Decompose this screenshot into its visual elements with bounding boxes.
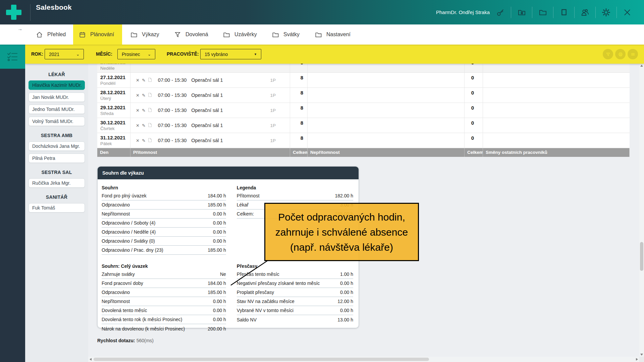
shift-tag: 1P <box>270 123 276 128</box>
folder-icon <box>272 31 279 39</box>
sidebar-item-employee[interactable]: Hlavička Kazimír MUDr. <box>29 80 85 90</box>
group-title: SANITÁŘ <box>25 194 88 200</box>
shift-place: Operační sál 1 <box>191 93 223 98</box>
row-day: Úterý <box>100 96 130 101</box>
note-shift-icon[interactable] <box>148 108 152 113</box>
summary-value: 184.00 h <box>208 193 226 198</box>
summary-value: 182.00 h <box>335 193 354 198</box>
tab-nastaveni[interactable]: Nastavení <box>309 24 356 45</box>
table-footer: Den Přítomnost Celkem Nepřítomnost Celke… <box>97 148 630 157</box>
query-speed-status: Rychlost dotazu: 560(ms) <box>97 338 154 343</box>
funnel-icon <box>174 31 181 39</box>
key-icon[interactable] <box>493 6 508 18</box>
tab-label: Přehled <box>47 32 66 38</box>
delete-shift-icon[interactable]: ✕ <box>136 78 140 82</box>
row-date: 30.12.2021 <box>100 120 130 125</box>
note-shift-icon[interactable] <box>148 77 152 83</box>
folder-n-icon[interactable]: N <box>514 6 529 18</box>
sidebar-item-employee[interactable]: Fuk Tomáš <box>29 203 85 213</box>
scroll-right-arrow[interactable] <box>636 358 638 361</box>
workplace-select[interactable]: 15 vybráno ▼ <box>200 49 261 59</box>
users-icon[interactable] <box>578 6 592 18</box>
header-actions: N <box>493 0 635 24</box>
horizontal-scroll-thumb[interactable] <box>94 358 429 361</box>
filter-bar: ROK: 2021 ⌄ MĚSÍC: Prosinec ⌄ PRACOVIŠTĚ… <box>25 45 644 64</box>
footer-col-pritomnost: Přítomnost <box>130 148 290 157</box>
shift-tag: 1P <box>270 108 276 113</box>
footer-col-den: Den <box>97 148 130 157</box>
group-title: SESTRA AMB <box>25 132 88 139</box>
table-row-clipped: 26.12.2021 Neděle 0 0 <box>97 64 630 73</box>
edit-shift-icon[interactable]: ✎ <box>142 123 146 128</box>
gear-icon[interactable] <box>599 6 613 18</box>
tab-uzaverky[interactable]: Uzávěrky <box>217 24 262 45</box>
tab-planovani[interactable]: Plánování <box>73 24 122 45</box>
note-shift-icon[interactable] <box>148 123 152 128</box>
tab-label: Uzávěrky <box>234 32 257 38</box>
vertical-scrollbar[interactable] <box>639 64 644 362</box>
shift-time: 07:00 - 15:30 <box>158 138 186 143</box>
home-icon <box>36 31 43 39</box>
nav-collapse-arrow[interactable]: → <box>17 26 22 32</box>
sidebar-toggle-button[interactable] <box>0 45 25 69</box>
filter-icon[interactable] <box>603 49 613 59</box>
summary-label: Odpracováno / Svátky (0) <box>102 238 155 244</box>
summary-label: Fond pracovní doby <box>102 281 143 286</box>
tooltip-line: Počet odpracovaných hodin, <box>265 209 418 225</box>
scroll-up-arrow[interactable] <box>640 65 643 67</box>
vertical-scroll-thumb[interactable] <box>640 242 643 271</box>
summary-value: 0.00 h <box>213 308 226 313</box>
summary-value: 185.00 h <box>208 202 226 207</box>
frame-icon[interactable] <box>556 6 571 18</box>
tab-dovolena[interactable]: Dovolená <box>168 24 214 45</box>
sidebar-item-employee[interactable]: Ručička Jirka Mgr. <box>29 178 85 188</box>
sidebar-item-employee[interactable]: Volný Tomáš MUDr. <box>29 117 85 126</box>
summary-value: 0.00 h <box>213 220 226 226</box>
row-day: Neděle <box>100 66 130 71</box>
footer-col-nepritomnost: Nepřítomnost <box>308 148 465 157</box>
summary-label: Zahrnuje svátky <box>102 272 135 277</box>
tab-label: Dovolená <box>185 32 208 38</box>
horizontal-scrollbar[interactable] <box>88 357 639 362</box>
scroll-down-arrow[interactable] <box>640 354 643 356</box>
month-select[interactable]: Prosinec ⌄ <box>117 49 155 59</box>
print-icon[interactable] <box>615 49 626 59</box>
delete-shift-icon[interactable]: ✕ <box>136 108 140 113</box>
app-window: Salesbook PharmDr. Ondřej Straka N <box>0 0 644 362</box>
year-select[interactable]: 2021 ⌄ <box>45 49 84 59</box>
summary-label: Fond pro plný úvazek <box>102 193 147 198</box>
close-icon[interactable] <box>620 6 635 18</box>
tab-vykazy[interactable]: Výkazy <box>125 24 165 45</box>
note-shift-icon[interactable] <box>148 138 152 143</box>
summary-label: Lékař <box>237 202 249 207</box>
nav-bar: → Přehled Plánování Výkazy Dovolená <box>0 24 644 45</box>
sidebar-item-employee[interactable]: Jedno Tomáš MUDr. <box>29 105 85 114</box>
shift-place: Operační sál 1 <box>191 108 223 113</box>
edit-shift-icon[interactable]: ✎ <box>142 108 146 113</box>
sidebar-item-employee[interactable]: Docházková Jana Mgr. <box>29 141 85 151</box>
edit-shift-icon[interactable]: ✎ <box>142 138 146 143</box>
note-shift-icon[interactable] <box>148 93 152 98</box>
scrollbar-corner <box>639 357 644 362</box>
edit-shift-icon[interactable]: ✎ <box>142 93 146 98</box>
delete-shift-icon[interactable]: ✕ <box>136 123 140 128</box>
shift-tag: 1P <box>270 93 276 98</box>
delete-shift-icon[interactable]: ✕ <box>136 93 140 98</box>
tab-prehled[interactable]: Přehled <box>30 24 71 45</box>
shift-tag: 1P <box>270 78 276 83</box>
delete-shift-icon[interactable]: ✕ <box>136 138 140 143</box>
sidebar-item-employee[interactable]: Pilná Petra <box>29 154 85 163</box>
summary-label: Nepřítomnost <box>102 299 130 304</box>
sidebar-item-employee[interactable]: Jan Novák MUDr. <box>29 93 85 102</box>
summary-label: Stav NV na začátku měsíce <box>237 299 294 304</box>
scroll-left-arrow[interactable] <box>90 358 92 361</box>
workplace-label: PRACOVIŠTĚ: <box>167 51 199 57</box>
tab-svatky[interactable]: Svátky <box>266 24 305 45</box>
folder-icon[interactable] <box>535 6 550 18</box>
footer-col-celkem1: Celkem <box>290 148 308 157</box>
presence-total: 8 <box>290 73 308 87</box>
row-date: 27.12.2021 <box>100 74 130 80</box>
menu-icon[interactable] <box>628 49 638 59</box>
app-header: Salesbook PharmDr. Ondřej Straka N <box>0 0 644 24</box>
edit-shift-icon[interactable]: ✎ <box>142 78 146 82</box>
